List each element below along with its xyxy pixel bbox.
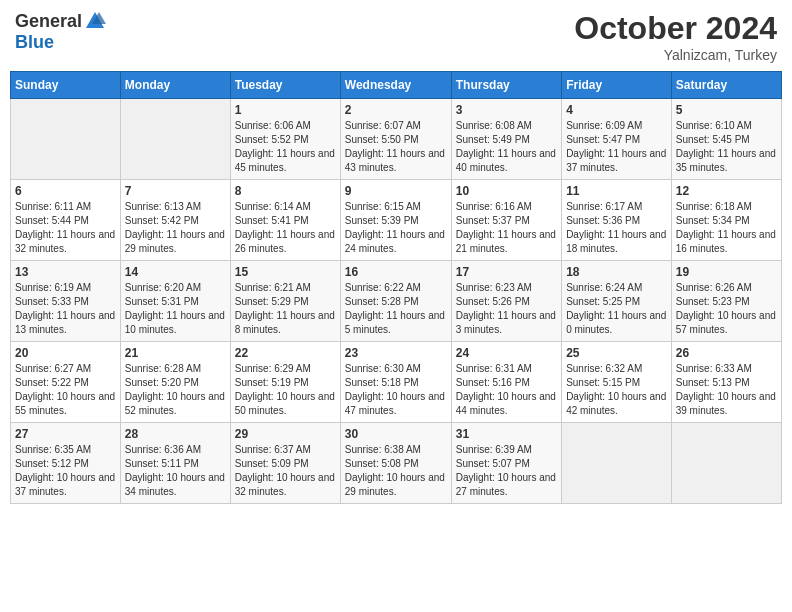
day-info: Sunrise: 6:26 AMSunset: 5:23 PMDaylight:… xyxy=(676,281,777,337)
calendar-day-cell: 7 Sunrise: 6:13 AMSunset: 5:42 PMDayligh… xyxy=(120,180,230,261)
calendar-week-row: 13 Sunrise: 6:19 AMSunset: 5:33 PMDaylig… xyxy=(11,261,782,342)
day-number: 3 xyxy=(456,103,557,117)
weekday-header: Saturday xyxy=(671,72,781,99)
day-info: Sunrise: 6:20 AMSunset: 5:31 PMDaylight:… xyxy=(125,281,226,337)
day-number: 9 xyxy=(345,184,447,198)
day-number: 2 xyxy=(345,103,447,117)
title-section: October 2024 Yalnizcam, Turkey xyxy=(574,10,777,63)
calendar-day-cell: 30 Sunrise: 6:38 AMSunset: 5:08 PMDaylig… xyxy=(340,423,451,504)
day-info: Sunrise: 6:18 AMSunset: 5:34 PMDaylight:… xyxy=(676,200,777,256)
day-number: 8 xyxy=(235,184,336,198)
calendar-day-cell: 21 Sunrise: 6:28 AMSunset: 5:20 PMDaylig… xyxy=(120,342,230,423)
day-number: 15 xyxy=(235,265,336,279)
weekday-header: Wednesday xyxy=(340,72,451,99)
day-info: Sunrise: 6:10 AMSunset: 5:45 PMDaylight:… xyxy=(676,119,777,175)
day-number: 7 xyxy=(125,184,226,198)
day-number: 30 xyxy=(345,427,447,441)
calendar-day-cell: 18 Sunrise: 6:24 AMSunset: 5:25 PMDaylig… xyxy=(562,261,672,342)
calendar-day-cell xyxy=(11,99,121,180)
day-info: Sunrise: 6:30 AMSunset: 5:18 PMDaylight:… xyxy=(345,362,447,418)
day-info: Sunrise: 6:27 AMSunset: 5:22 PMDaylight:… xyxy=(15,362,116,418)
day-info: Sunrise: 6:19 AMSunset: 5:33 PMDaylight:… xyxy=(15,281,116,337)
month-title: October 2024 xyxy=(574,10,777,47)
day-info: Sunrise: 6:15 AMSunset: 5:39 PMDaylight:… xyxy=(345,200,447,256)
day-number: 22 xyxy=(235,346,336,360)
day-number: 13 xyxy=(15,265,116,279)
calendar-day-cell: 29 Sunrise: 6:37 AMSunset: 5:09 PMDaylig… xyxy=(230,423,340,504)
day-number: 5 xyxy=(676,103,777,117)
day-info: Sunrise: 6:38 AMSunset: 5:08 PMDaylight:… xyxy=(345,443,447,499)
calendar-day-cell: 24 Sunrise: 6:31 AMSunset: 5:16 PMDaylig… xyxy=(451,342,561,423)
day-info: Sunrise: 6:21 AMSunset: 5:29 PMDaylight:… xyxy=(235,281,336,337)
day-info: Sunrise: 6:31 AMSunset: 5:16 PMDaylight:… xyxy=(456,362,557,418)
day-info: Sunrise: 6:35 AMSunset: 5:12 PMDaylight:… xyxy=(15,443,116,499)
calendar-day-cell: 13 Sunrise: 6:19 AMSunset: 5:33 PMDaylig… xyxy=(11,261,121,342)
day-info: Sunrise: 6:17 AMSunset: 5:36 PMDaylight:… xyxy=(566,200,667,256)
day-number: 11 xyxy=(566,184,667,198)
day-info: Sunrise: 6:13 AMSunset: 5:42 PMDaylight:… xyxy=(125,200,226,256)
weekday-header: Sunday xyxy=(11,72,121,99)
calendar-day-cell: 2 Sunrise: 6:07 AMSunset: 5:50 PMDayligh… xyxy=(340,99,451,180)
day-info: Sunrise: 6:36 AMSunset: 5:11 PMDaylight:… xyxy=(125,443,226,499)
day-number: 23 xyxy=(345,346,447,360)
calendar-day-cell: 4 Sunrise: 6:09 AMSunset: 5:47 PMDayligh… xyxy=(562,99,672,180)
day-info: Sunrise: 6:16 AMSunset: 5:37 PMDaylight:… xyxy=(456,200,557,256)
calendar-day-cell: 6 Sunrise: 6:11 AMSunset: 5:44 PMDayligh… xyxy=(11,180,121,261)
day-number: 18 xyxy=(566,265,667,279)
location-subtitle: Yalnizcam, Turkey xyxy=(574,47,777,63)
calendar-day-cell: 26 Sunrise: 6:33 AMSunset: 5:13 PMDaylig… xyxy=(671,342,781,423)
day-number: 31 xyxy=(456,427,557,441)
day-number: 17 xyxy=(456,265,557,279)
calendar-day-cell: 9 Sunrise: 6:15 AMSunset: 5:39 PMDayligh… xyxy=(340,180,451,261)
day-info: Sunrise: 6:33 AMSunset: 5:13 PMDaylight:… xyxy=(676,362,777,418)
day-number: 14 xyxy=(125,265,226,279)
calendar-day-cell: 25 Sunrise: 6:32 AMSunset: 5:15 PMDaylig… xyxy=(562,342,672,423)
calendar-day-cell: 28 Sunrise: 6:36 AMSunset: 5:11 PMDaylig… xyxy=(120,423,230,504)
calendar-day-cell: 15 Sunrise: 6:21 AMSunset: 5:29 PMDaylig… xyxy=(230,261,340,342)
calendar-day-cell: 31 Sunrise: 6:39 AMSunset: 5:07 PMDaylig… xyxy=(451,423,561,504)
day-info: Sunrise: 6:11 AMSunset: 5:44 PMDaylight:… xyxy=(15,200,116,256)
day-info: Sunrise: 6:09 AMSunset: 5:47 PMDaylight:… xyxy=(566,119,667,175)
day-number: 20 xyxy=(15,346,116,360)
calendar-week-row: 27 Sunrise: 6:35 AMSunset: 5:12 PMDaylig… xyxy=(11,423,782,504)
day-info: Sunrise: 6:39 AMSunset: 5:07 PMDaylight:… xyxy=(456,443,557,499)
calendar-day-cell: 11 Sunrise: 6:17 AMSunset: 5:36 PMDaylig… xyxy=(562,180,672,261)
day-number: 28 xyxy=(125,427,226,441)
page-header: General Blue October 2024 Yalnizcam, Tur… xyxy=(10,10,782,63)
day-number: 16 xyxy=(345,265,447,279)
calendar-day-cell: 3 Sunrise: 6:08 AMSunset: 5:49 PMDayligh… xyxy=(451,99,561,180)
day-info: Sunrise: 6:07 AMSunset: 5:50 PMDaylight:… xyxy=(345,119,447,175)
day-info: Sunrise: 6:29 AMSunset: 5:19 PMDaylight:… xyxy=(235,362,336,418)
calendar-day-cell: 12 Sunrise: 6:18 AMSunset: 5:34 PMDaylig… xyxy=(671,180,781,261)
day-info: Sunrise: 6:28 AMSunset: 5:20 PMDaylight:… xyxy=(125,362,226,418)
weekday-header: Thursday xyxy=(451,72,561,99)
calendar-week-row: 20 Sunrise: 6:27 AMSunset: 5:22 PMDaylig… xyxy=(11,342,782,423)
calendar-day-cell: 22 Sunrise: 6:29 AMSunset: 5:19 PMDaylig… xyxy=(230,342,340,423)
calendar-day-cell: 5 Sunrise: 6:10 AMSunset: 5:45 PMDayligh… xyxy=(671,99,781,180)
calendar-day-cell xyxy=(562,423,672,504)
calendar-day-cell xyxy=(120,99,230,180)
logo-general-text: General xyxy=(15,11,82,32)
day-number: 19 xyxy=(676,265,777,279)
calendar-week-row: 6 Sunrise: 6:11 AMSunset: 5:44 PMDayligh… xyxy=(11,180,782,261)
day-number: 10 xyxy=(456,184,557,198)
day-number: 24 xyxy=(456,346,557,360)
weekday-header: Tuesday xyxy=(230,72,340,99)
calendar-week-row: 1 Sunrise: 6:06 AMSunset: 5:52 PMDayligh… xyxy=(11,99,782,180)
day-info: Sunrise: 6:08 AMSunset: 5:49 PMDaylight:… xyxy=(456,119,557,175)
calendar-day-cell: 19 Sunrise: 6:26 AMSunset: 5:23 PMDaylig… xyxy=(671,261,781,342)
calendar-day-cell: 27 Sunrise: 6:35 AMSunset: 5:12 PMDaylig… xyxy=(11,423,121,504)
day-number: 12 xyxy=(676,184,777,198)
calendar-header-row: SundayMondayTuesdayWednesdayThursdayFrid… xyxy=(11,72,782,99)
day-number: 21 xyxy=(125,346,226,360)
day-number: 25 xyxy=(566,346,667,360)
calendar-day-cell: 10 Sunrise: 6:16 AMSunset: 5:37 PMDaylig… xyxy=(451,180,561,261)
calendar-day-cell: 17 Sunrise: 6:23 AMSunset: 5:26 PMDaylig… xyxy=(451,261,561,342)
day-info: Sunrise: 6:06 AMSunset: 5:52 PMDaylight:… xyxy=(235,119,336,175)
logo-icon xyxy=(84,10,106,32)
weekday-header: Monday xyxy=(120,72,230,99)
day-info: Sunrise: 6:37 AMSunset: 5:09 PMDaylight:… xyxy=(235,443,336,499)
logo-blue-text: Blue xyxy=(15,32,54,53)
calendar-day-cell: 8 Sunrise: 6:14 AMSunset: 5:41 PMDayligh… xyxy=(230,180,340,261)
calendar-table: SundayMondayTuesdayWednesdayThursdayFrid… xyxy=(10,71,782,504)
